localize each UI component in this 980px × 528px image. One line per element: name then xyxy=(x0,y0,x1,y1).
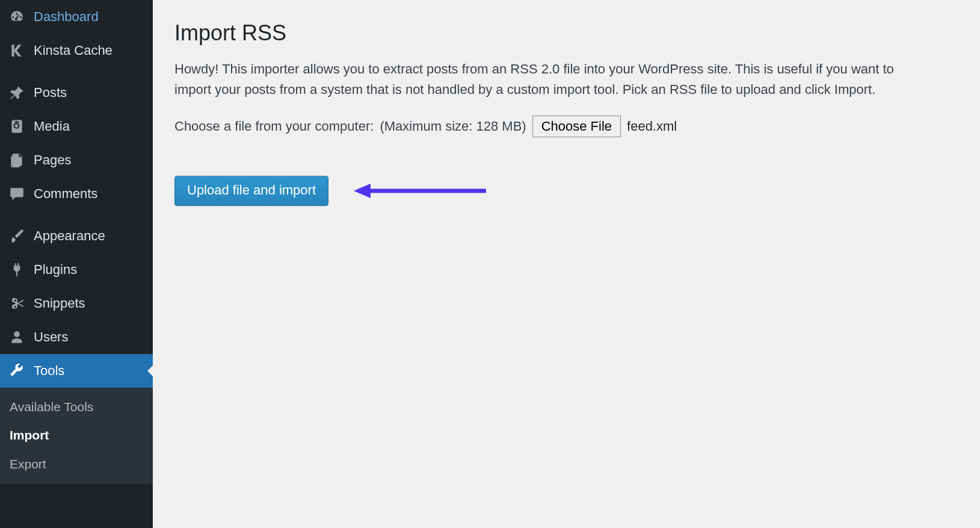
sidebar-item-label: Media xyxy=(34,119,70,134)
sidebar-item-label: Tools xyxy=(34,363,64,379)
plug-icon xyxy=(8,261,25,278)
submenu-item-available-tools[interactable]: Available Tools xyxy=(0,393,153,421)
sidebar-item-label: Comments xyxy=(34,186,97,202)
sidebar-item-label: Appearance xyxy=(34,228,105,244)
submit-row: Upload file and import xyxy=(174,176,962,206)
sidebar-item-label: Users xyxy=(34,329,68,345)
sidebar-item-label: Plugins xyxy=(34,262,77,278)
page-title: Import RSS xyxy=(174,20,962,46)
user-icon xyxy=(8,329,25,346)
sidebar-item-appearance[interactable]: Appearance xyxy=(0,219,153,253)
max-size-hint: (Maximum size: 128 MB) xyxy=(380,119,526,134)
submenu-item-import[interactable]: Import xyxy=(0,421,153,449)
sidebar-item-posts[interactable]: Posts xyxy=(0,76,153,110)
comment-icon xyxy=(8,185,25,202)
dashboard-icon xyxy=(8,8,25,25)
submenu-item-export[interactable]: Export xyxy=(0,450,153,478)
sidebar-item-label: Posts xyxy=(34,85,67,101)
sidebar-item-tools[interactable]: Tools xyxy=(0,354,153,388)
pages-icon xyxy=(8,152,25,169)
admin-sidebar: Dashboard Kinsta Cache Posts Media Pages… xyxy=(0,0,153,528)
choose-file-label: Choose a file from your computer: xyxy=(174,119,374,134)
media-icon xyxy=(8,118,25,135)
annotation-arrow xyxy=(354,182,486,200)
upload-import-button[interactable]: Upload file and import xyxy=(174,176,328,206)
sidebar-item-label: Kinsta Cache xyxy=(34,43,112,58)
svg-marker-1 xyxy=(354,184,371,198)
intro-text: Howdy! This importer allows you to extra… xyxy=(174,59,914,100)
kinsta-icon xyxy=(8,42,25,59)
chosen-filename: feed.xml xyxy=(627,119,677,134)
sidebar-item-plugins[interactable]: Plugins xyxy=(0,253,153,287)
sidebar-item-pages[interactable]: Pages xyxy=(0,143,153,177)
sidebar-item-media[interactable]: Media xyxy=(0,110,153,143)
main-content: Import RSS Howdy! This importer allows y… xyxy=(153,0,980,528)
sidebar-item-dashboard[interactable]: Dashboard xyxy=(0,0,153,34)
sidebar-item-users[interactable]: Users xyxy=(0,320,153,354)
tools-submenu: Available Tools Import Export xyxy=(0,388,153,484)
brush-icon xyxy=(8,228,25,244)
sidebar-item-comments[interactable]: Comments xyxy=(0,177,153,211)
sidebar-item-label: Dashboard xyxy=(34,9,99,25)
sidebar-item-snippets[interactable]: Snippets xyxy=(0,287,153,320)
pin-icon xyxy=(8,84,25,101)
menu-separator xyxy=(0,211,153,219)
menu-separator xyxy=(0,67,153,76)
choose-file-button[interactable]: Choose File xyxy=(532,116,621,137)
file-upload-row: Choose a file from your computer: (Maxim… xyxy=(174,116,962,137)
sidebar-item-label: Pages xyxy=(34,152,71,168)
scissors-icon xyxy=(8,295,25,312)
sidebar-item-kinsta[interactable]: Kinsta Cache xyxy=(0,34,153,67)
wrench-icon xyxy=(8,362,25,379)
sidebar-item-label: Snippets xyxy=(34,296,85,311)
